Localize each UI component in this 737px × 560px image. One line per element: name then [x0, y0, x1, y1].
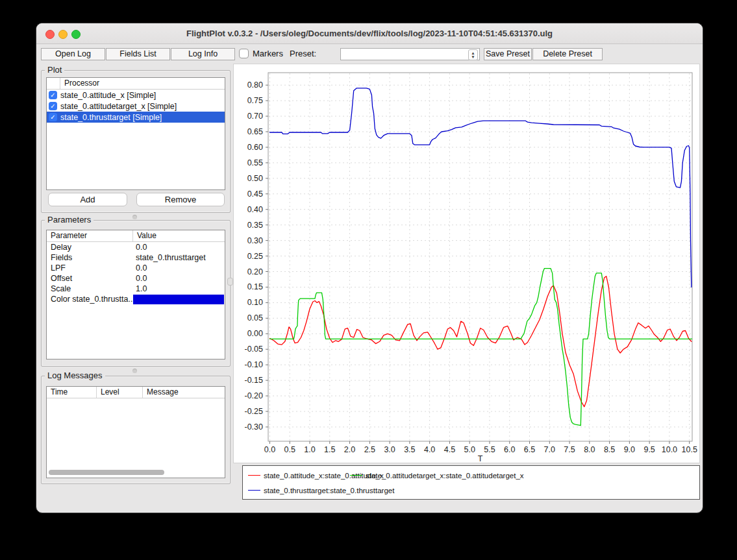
open-log-button[interactable]: Open Log	[41, 48, 105, 60]
item-checkbox[interactable]: ✓	[49, 102, 57, 110]
minimize-window-button[interactable]	[58, 30, 68, 39]
svg-text:0.55: 0.55	[247, 158, 263, 167]
svg-text:-0.25: -0.25	[245, 407, 264, 416]
svg-text:0.00: 0.00	[247, 329, 263, 338]
svg-text:8.0: 8.0	[584, 445, 595, 454]
svg-text:-0.20: -0.20	[245, 391, 264, 400]
delete-preset-button[interactable]: Delete Preset	[532, 48, 603, 60]
param-value[interactable]: 0.0	[133, 243, 225, 252]
remove-button[interactable]: Remove	[136, 193, 225, 206]
svg-text:2.5: 2.5	[364, 445, 375, 454]
combobox-stepper-icon[interactable]: ▲▼	[468, 49, 478, 60]
markers-checkbox[interactable]	[239, 49, 249, 58]
list-item-attitudetarget-x[interactable]: ✓ state_0.attitudetarget_x [Simple]	[47, 101, 225, 112]
splitter-handle[interactable]	[132, 215, 137, 219]
svg-text:7.0: 7.0	[544, 445, 555, 454]
svg-text:0.60: 0.60	[247, 143, 263, 152]
svg-text:7.5: 7.5	[564, 445, 575, 454]
chart-panel: 0.800.750.700.650.600.550.500.450.400.35…	[233, 64, 700, 463]
titlebar[interactable]: FlightPlot v.0.3.2 - /Users/oleg/Documen…	[36, 23, 703, 44]
list-item-label: state_0.attitudetarget_x [Simple]	[60, 102, 177, 111]
chart-legend: state_0.attitude_x:state_0.attitude_x st…	[242, 465, 700, 500]
add-button[interactable]: Add	[48, 193, 127, 206]
svg-text:5.5: 5.5	[484, 445, 495, 454]
parameter-column-header: Parameter	[47, 230, 133, 241]
svg-text:0.5: 0.5	[284, 445, 295, 454]
processor-list-header: Processor	[47, 78, 225, 90]
value-column-header: Value	[133, 230, 225, 241]
item-checkbox[interactable]: ✓	[49, 91, 57, 99]
list-item-thrusttarget[interactable]: ✓ state_0.thrusttarget [Simple]	[47, 112, 225, 123]
param-row-color[interactable]: Color state_0.thrustta...	[47, 294, 225, 304]
legend-item-attitudetarget-x: state_0.attitudetarget_x:state_0.attitud…	[350, 472, 524, 481]
param-name: Delay	[47, 243, 133, 252]
list-item-attitude-x[interactable]: ✓ state_0.attitude_x [Simple]	[47, 90, 225, 101]
svg-text:0.40: 0.40	[247, 205, 263, 214]
splitter-handle[interactable]	[132, 369, 137, 373]
log-messages-table-header: Time Level Message	[47, 387, 225, 398]
param-name: Fields	[47, 253, 133, 262]
log-messages-group: Log Messages Time Level Message	[41, 376, 231, 484]
vertical-splitter-handle[interactable]	[227, 278, 233, 286]
processor-list[interactable]: Processor ✓ state_0.attitude_x [Simple] …	[46, 77, 225, 190]
plot-canvas[interactable]: 0.800.750.700.650.600.550.500.450.400.35…	[234, 64, 699, 463]
svg-text:1.0: 1.0	[304, 445, 315, 454]
param-value[interactable]: 1.0	[133, 284, 225, 293]
svg-text:8.5: 8.5	[604, 445, 615, 454]
save-preset-button[interactable]: Save Preset	[484, 48, 532, 60]
svg-text:6.0: 6.0	[504, 445, 515, 454]
plot-group: Plot Processor ✓ state_0.attitude_x [Sim…	[41, 70, 231, 213]
zoom-window-button[interactable]	[71, 30, 81, 39]
param-name: LPF	[47, 263, 133, 273]
svg-text:0.25: 0.25	[247, 252, 263, 261]
list-item-label: state_0.thrusttarget [Simple]	[60, 113, 162, 122]
message-column-header: Message	[143, 387, 225, 398]
color-value-swatch[interactable]	[133, 295, 224, 304]
svg-text:T: T	[478, 454, 483, 463]
preset-combobox[interactable]: ▲▼	[340, 48, 480, 60]
svg-text:1.5: 1.5	[324, 445, 335, 454]
list-item-label: state_0.attitude_x [Simple]	[60, 91, 156, 100]
param-row-fields[interactable]: Fields state_0.thrusttarget	[47, 252, 225, 263]
param-value[interactable]: 0.0	[133, 274, 225, 283]
time-column-header: Time	[47, 387, 97, 398]
desktop-background: FlightPlot v.0.3.2 - /Users/oleg/Documen…	[0, 0, 737, 560]
log-info-button[interactable]: Log Info	[171, 48, 235, 60]
param-value[interactable]: 0.0	[133, 263, 225, 273]
svg-text:0.15: 0.15	[247, 282, 263, 291]
param-row-lpf[interactable]: LPF 0.0	[47, 263, 225, 273]
parameters-table[interactable]: Parameter Value Delay 0.0 Fields state_0…	[46, 230, 225, 359]
svg-text:10.5: 10.5	[682, 445, 697, 454]
svg-text:6.5: 6.5	[524, 445, 535, 454]
svg-text:3.0: 3.0	[384, 445, 395, 454]
flightplot-window: FlightPlot v.0.3.2 - /Users/oleg/Documen…	[36, 23, 703, 513]
item-checkbox[interactable]: ✓	[49, 113, 57, 121]
legend-swatch	[248, 490, 260, 491]
close-window-button[interactable]	[45, 30, 55, 39]
svg-text:4.5: 4.5	[444, 445, 455, 454]
param-row-scale[interactable]: Scale 1.0	[47, 284, 225, 294]
svg-text:0.80: 0.80	[247, 80, 263, 90]
param-name: Color state_0.thrustta...	[47, 295, 133, 304]
svg-text:-0.05: -0.05	[245, 345, 264, 354]
parameters-group-title: Parameters	[45, 215, 94, 225]
horizontal-scrollbar-thumb[interactable]	[49, 470, 164, 475]
param-name: Offset	[47, 274, 133, 283]
legend-swatch	[350, 475, 362, 476]
parameters-table-header: Parameter Value	[47, 230, 225, 242]
svg-text:3.5: 3.5	[404, 445, 415, 454]
svg-text:0.20: 0.20	[247, 267, 263, 276]
param-value[interactable]: state_0.thrusttarget	[133, 253, 225, 262]
log-messages-table[interactable]: Time Level Message	[46, 386, 225, 478]
svg-text:0.65: 0.65	[247, 127, 263, 136]
svg-text:0.70: 0.70	[247, 112, 263, 121]
plot-group-title: Plot	[45, 65, 64, 75]
svg-text:2.0: 2.0	[344, 445, 355, 454]
param-row-offset[interactable]: Offset 0.0	[47, 273, 225, 284]
param-row-delay[interactable]: Delay 0.0	[47, 242, 225, 252]
fields-list-button[interactable]: Fields List	[106, 48, 170, 60]
markers-label: Markers	[253, 49, 283, 58]
svg-text:-0.10: -0.10	[245, 360, 264, 369]
log-messages-group-title: Log Messages	[45, 371, 105, 380]
window-title: FlightPlot v.0.3.2 - /Users/oleg/Documen…	[88, 23, 651, 43]
